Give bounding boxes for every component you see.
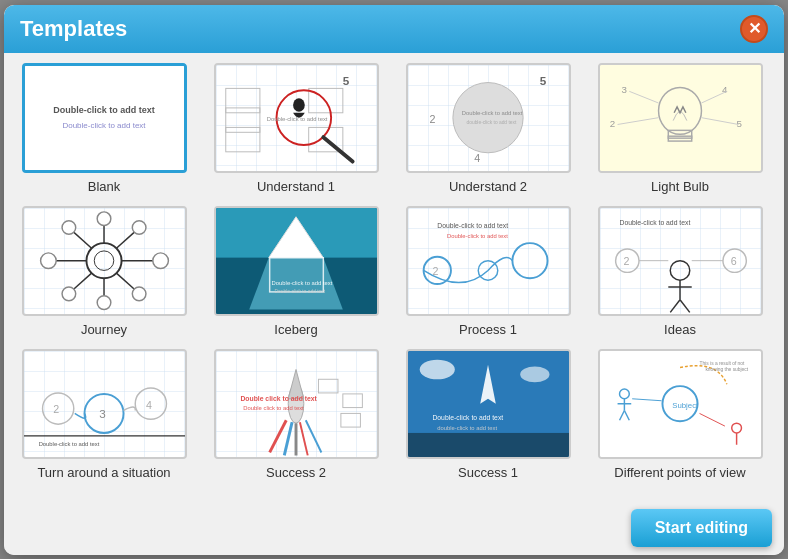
- svg-line-36: [72, 273, 91, 290]
- svg-point-39: [152, 253, 168, 269]
- template-thumb-lightbulb[interactable]: 3 4 2 5: [598, 63, 763, 173]
- svg-point-65: [670, 261, 690, 281]
- svg-text:4: 4: [474, 151, 480, 163]
- template-iceberg[interactable]: Double-click to add text Double-click to…: [206, 206, 386, 337]
- svg-text:Double-click to add text: Double-click to add text: [437, 222, 508, 229]
- template-blank[interactable]: Double-click to add text Double-click to…: [14, 63, 194, 194]
- svg-text:2: 2: [609, 118, 614, 129]
- journey-svg: [24, 207, 185, 314]
- svg-text:6: 6: [730, 254, 736, 266]
- ideas-svg: Double-click to add text 2 6: [600, 207, 761, 314]
- svg-text:Double click to add text: Double click to add text: [243, 405, 304, 411]
- template-label-success2: Success 2: [266, 465, 326, 480]
- svg-text:4: 4: [145, 398, 151, 410]
- understand2-svg: 5 2 4 Double-click to add text double-cl…: [408, 64, 569, 171]
- template-label-differentpov: Different points of view: [614, 465, 745, 480]
- template-thumb-process1[interactable]: Double-click to add text Double-click to…: [406, 206, 571, 316]
- dialog-header: Templates ✕: [4, 5, 784, 53]
- svg-text:5: 5: [342, 74, 349, 87]
- svg-point-38: [40, 253, 56, 269]
- understand1-svg: 5 Double-click to add text: [216, 64, 377, 171]
- svg-text:2: 2: [432, 265, 438, 277]
- svg-text:Double-click to add text: Double-click to add text: [266, 115, 327, 121]
- dialog-footer: Start editing: [4, 501, 784, 555]
- svg-point-7: [293, 98, 305, 112]
- template-ideas[interactable]: Double-click to add text 2 6: [590, 206, 770, 337]
- svg-rect-89: [318, 379, 338, 393]
- svg-text:knowing the subject: knowing the subject: [705, 367, 748, 372]
- svg-point-44: [62, 287, 76, 301]
- template-thumb-success2[interactable]: Double click to add text Double click to…: [214, 349, 379, 459]
- svg-text:This is a result of not: This is a result of not: [699, 360, 744, 365]
- svg-rect-90: [342, 394, 362, 408]
- start-editing-button[interactable]: Start editing: [631, 509, 772, 547]
- template-label-blank: Blank: [88, 179, 121, 194]
- template-differentpov[interactable]: Subject: [590, 349, 770, 480]
- svg-line-68: [670, 300, 680, 313]
- svg-text:2: 2: [623, 254, 629, 266]
- svg-text:Double-click to add text: Double-click to add text: [619, 218, 690, 225]
- template-thumb-journey[interactable]: [22, 206, 187, 316]
- svg-text:2: 2: [429, 112, 435, 124]
- template-thumb-iceberg[interactable]: Double-click to add text Double-click to…: [214, 206, 379, 316]
- svg-text:double-click to add text: double-click to add text: [437, 425, 497, 431]
- turnaround-svg: 2 3 4 Double-click to add text: [24, 350, 185, 457]
- templates-grid-wrapper[interactable]: Double-click to add text Double-click to…: [14, 63, 774, 501]
- template-thumb-differentpov[interactable]: Subject: [598, 349, 763, 459]
- svg-point-94: [520, 366, 549, 382]
- svg-text:Double-click to add text: Double-click to add text: [447, 233, 508, 239]
- templates-dialog: Templates ✕ Double-click to add text Dou…: [4, 5, 784, 555]
- svg-rect-2: [225, 108, 259, 132]
- template-success1[interactable]: Double-click to add text double-click to…: [398, 349, 578, 480]
- svg-line-82: [269, 420, 286, 452]
- dialog-body: Double-click to add text Double-click to…: [4, 53, 784, 501]
- template-lightbulb[interactable]: 3 4 2 5: [590, 63, 770, 194]
- svg-text:Double-click to add text: Double-click to add text: [432, 414, 503, 421]
- svg-line-35: [116, 231, 135, 248]
- template-thumb-understand1[interactable]: 5 Double-click to add text: [214, 63, 379, 173]
- templates-grid: Double-click to add text Double-click to…: [14, 63, 770, 490]
- svg-text:Double-click to add text: Double-click to add text: [271, 280, 332, 286]
- template-success2[interactable]: Double click to add text Double click to…: [206, 349, 386, 480]
- svg-point-10: [452, 82, 522, 152]
- template-thumb-ideas[interactable]: Double-click to add text 2 6: [598, 206, 763, 316]
- svg-rect-96: [408, 433, 569, 457]
- template-label-understand2: Understand 2: [449, 179, 527, 194]
- svg-point-42: [62, 221, 76, 235]
- svg-text:Double-click to add text: Double-click to add text: [461, 110, 522, 116]
- svg-text:double-click to add text: double-click to add text: [466, 120, 516, 125]
- svg-text:2: 2: [53, 403, 59, 415]
- svg-line-85: [299, 422, 307, 455]
- svg-text:5: 5: [539, 74, 546, 87]
- svg-line-83: [284, 422, 292, 455]
- svg-line-86: [305, 420, 321, 452]
- svg-point-29: [94, 251, 114, 271]
- template-label-turnaround: Turn around a situation: [37, 465, 170, 480]
- svg-text:Double-click to add text: Double-click to add text: [38, 440, 99, 446]
- svg-rect-1: [225, 127, 259, 151]
- svg-rect-0: [225, 88, 259, 112]
- template-process1[interactable]: Double-click to add text Double-click to…: [398, 206, 578, 337]
- close-button[interactable]: ✕: [740, 15, 768, 43]
- svg-point-43: [132, 221, 146, 235]
- svg-point-28: [86, 243, 121, 278]
- template-thumb-success1[interactable]: Double-click to add text double-click to…: [406, 349, 571, 459]
- iceberg-svg: Double-click to add text Double-click to…: [216, 207, 377, 314]
- svg-line-37: [116, 273, 135, 290]
- template-label-success1: Success 1: [458, 465, 518, 480]
- svg-line-34: [72, 231, 91, 248]
- template-thumb-blank[interactable]: Double-click to add text Double-click to…: [22, 63, 187, 173]
- template-understand2[interactable]: 5 2 4 Double-click to add text double-cl…: [398, 63, 578, 194]
- svg-text:Double-click to add text: Double-click to add text: [274, 289, 325, 294]
- process1-svg: Double-click to add text Double-click to…: [408, 207, 569, 314]
- success2-svg: Double click to add text Double click to…: [216, 350, 377, 457]
- template-label-lightbulb: Light Bulb: [651, 179, 709, 194]
- template-label-process1: Process 1: [459, 322, 517, 337]
- template-understand1[interactable]: 5 Double-click to add text Understand 1: [206, 63, 386, 194]
- template-turnaround[interactable]: 2 3 4 Double-click to add text: [14, 349, 194, 480]
- template-thumb-turnaround[interactable]: 2 3 4 Double-click to add text: [22, 349, 187, 459]
- template-label-journey: Journey: [81, 322, 127, 337]
- template-journey[interactable]: Journey: [14, 206, 194, 337]
- svg-point-45: [132, 287, 146, 301]
- template-thumb-understand2[interactable]: 5 2 4 Double-click to add text double-cl…: [406, 63, 571, 173]
